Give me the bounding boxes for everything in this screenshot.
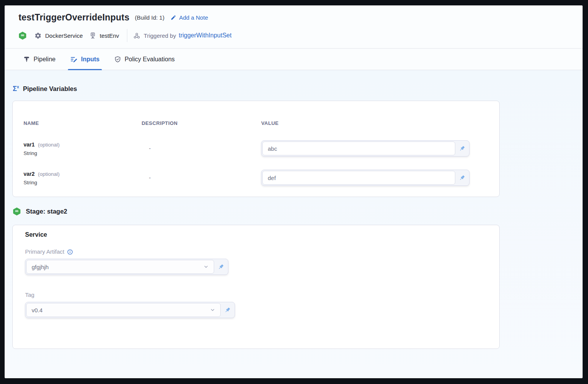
variable-type: String bbox=[24, 180, 142, 185]
build-id: (Build Id: 1) bbox=[135, 14, 164, 21]
dropdown-group: v0.4 bbox=[25, 302, 235, 318]
pin-icon bbox=[459, 175, 465, 181]
inputs-icon bbox=[70, 56, 78, 63]
variable-value-cell bbox=[261, 170, 484, 186]
column-value: VALUE bbox=[261, 120, 484, 126]
add-note-link[interactable]: Add a Note bbox=[171, 14, 208, 21]
primary-artifact-label: Primary Artifact bbox=[25, 248, 484, 256]
triggered-by-label: Triggered by bbox=[144, 32, 176, 39]
info-icon[interactable] bbox=[67, 249, 73, 255]
stage-title: Stage: stage2 bbox=[26, 208, 67, 215]
cd-module-icon: ∞ bbox=[19, 32, 27, 40]
section-title: Pipeline Variables bbox=[23, 85, 77, 93]
var2-value-input[interactable] bbox=[262, 171, 455, 185]
cd-stage-icon: ∞ bbox=[13, 207, 21, 216]
dropdown-group: gfgjhjh bbox=[25, 259, 228, 275]
primary-artifact-dropdown[interactable]: gfgjhjh bbox=[26, 260, 214, 274]
variable-name-cell: var1 (optional) String bbox=[24, 141, 142, 156]
trigger-icon bbox=[133, 32, 140, 39]
app-window: testTriggerOverrideInputs (Build Id: 1) … bbox=[5, 5, 583, 378]
variable-name: var2 bbox=[24, 171, 35, 177]
tab-policy-evaluations[interactable]: Policy Evaluations bbox=[114, 49, 175, 70]
tab-inputs[interactable]: Inputs bbox=[70, 49, 100, 70]
service-gear-icon bbox=[34, 32, 42, 39]
stage-service-card: Service Primary Artifact gfgjhjh bbox=[12, 225, 500, 349]
service-name: DockerService bbox=[45, 32, 83, 39]
tag-dropdown[interactable]: v0.4 bbox=[26, 303, 221, 317]
shield-check-icon bbox=[114, 56, 121, 63]
pipeline-variables-card: NAME DESCRIPTION VALUE var1 (optional) S… bbox=[12, 101, 500, 197]
dropdown-value: gfgjhjh bbox=[32, 264, 49, 270]
value-input-group bbox=[261, 140, 470, 157]
pin-button[interactable] bbox=[214, 260, 227, 274]
service-card-title: Service bbox=[25, 231, 484, 239]
tab-label: Pipeline bbox=[34, 56, 56, 63]
pipeline-variables-heading: Σx Pipeline Variables bbox=[12, 84, 583, 93]
value-input-group bbox=[261, 170, 470, 186]
variable-name-cell: var2 (optional) String bbox=[24, 170, 142, 185]
tab-label: Policy Evaluations bbox=[125, 56, 175, 63]
pin-button[interactable] bbox=[455, 171, 468, 185]
variable-type: String bbox=[24, 150, 142, 156]
pin-icon bbox=[459, 145, 465, 152]
title-row: testTriggerOverrideInputs (Build Id: 1) … bbox=[19, 12, 583, 23]
divider bbox=[127, 29, 127, 42]
tab-pipeline[interactable]: Pipeline bbox=[23, 49, 56, 70]
var1-value-input[interactable] bbox=[262, 141, 455, 155]
column-name: NAME bbox=[24, 120, 142, 126]
tab-label: Inputs bbox=[81, 56, 100, 63]
variable-value-cell bbox=[261, 140, 484, 157]
chevron-down-icon bbox=[203, 264, 209, 269]
environment-icon bbox=[89, 32, 96, 39]
optional-label: (optional) bbox=[38, 171, 59, 177]
page-title: testTriggerOverrideInputs bbox=[19, 12, 129, 23]
table-row: var1 (optional) String - bbox=[24, 140, 484, 157]
trigger-link[interactable]: triggerWithInputSet bbox=[179, 32, 231, 39]
tag-label: Tag bbox=[25, 291, 484, 299]
header: testTriggerOverrideInputs (Build Id: 1) … bbox=[5, 5, 583, 43]
inputs-tab-content: Σx Pipeline Variables NAME DESCRIPTION V… bbox=[5, 70, 583, 378]
dropdown-value: v0.4 bbox=[32, 307, 42, 313]
primary-artifact-field: gfgjhjh bbox=[25, 259, 484, 275]
variable-description: - bbox=[142, 145, 261, 152]
environment-name: testEnv bbox=[100, 32, 119, 39]
meta-row: ∞ DockerService testEnv Triggered by tri… bbox=[19, 28, 583, 43]
variable-description: - bbox=[142, 175, 261, 181]
add-note-label: Add a Note bbox=[179, 14, 208, 21]
pin-icon bbox=[224, 307, 231, 313]
pin-button[interactable] bbox=[455, 141, 468, 155]
variables-table-header: NAME DESCRIPTION VALUE bbox=[24, 120, 484, 126]
chevron-down-icon bbox=[210, 307, 215, 313]
pipeline-icon bbox=[23, 56, 30, 63]
variable-name: var1 bbox=[24, 141, 35, 148]
optional-label: (optional) bbox=[38, 142, 59, 148]
column-description: DESCRIPTION bbox=[142, 120, 261, 126]
pin-icon bbox=[218, 264, 224, 270]
stage-heading: ∞ Stage: stage2 bbox=[12, 207, 583, 216]
table-row: var2 (optional) String - bbox=[24, 170, 484, 186]
tag-field: v0.4 bbox=[25, 302, 484, 318]
pin-button[interactable] bbox=[221, 303, 234, 317]
pencil-icon bbox=[171, 15, 176, 20]
tab-bar: Pipeline Inputs Policy Evaluations bbox=[5, 48, 583, 70]
sigma-variables-icon: Σx bbox=[13, 85, 19, 92]
